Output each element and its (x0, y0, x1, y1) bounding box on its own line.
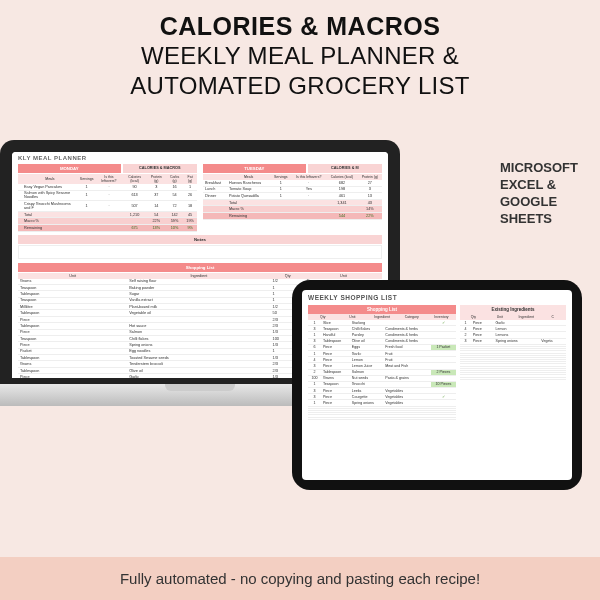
platforms-badge: MICROSOFT EXCEL & GOOGLE SHEETS (500, 160, 578, 228)
title-line-3: AUTOMATED GROCERY LIST (20, 71, 580, 101)
day-monday-header: MONDAY (18, 164, 121, 173)
monday-table: MealsServingsIs this leftovers?Calories … (18, 174, 197, 232)
tablet-mockup: WEEKLY SHOPPING LIST Shopping List QtyUn… (292, 280, 582, 490)
shopping-list-table: 1SliceStarlong✓3TeaspoonChilli flakesCon… (308, 320, 456, 420)
sheet-title: KLY MEAL PLANNER (12, 152, 388, 164)
title-line-2: WEEKLY MEAL PLANNER & (20, 41, 580, 71)
notes-body (18, 245, 382, 259)
tuesday-table: MealsServingsIs this leftovers?Calories … (203, 174, 382, 220)
tablet-screen: WEEKLY SHOPPING LIST Shopping List QtyUn… (302, 290, 572, 480)
existing-ingredients-table: 1PieceGarlic4PieceLemon2PieceLemons3Piec… (460, 320, 566, 380)
calories-macros-header: CALORIES & M (308, 164, 382, 173)
calories-macros-header: CALORIES & MACROS (123, 164, 197, 173)
notes-header: Notes (18, 235, 382, 244)
header: CALORIES & MACROS WEEKLY MEAL PLANNER & … (0, 0, 600, 107)
footer-tagline: Fully automated - no copying and pasting… (0, 557, 600, 600)
monday-block: MONDAY CALORIES & MACROS MealsServingsIs… (18, 164, 197, 232)
shopping-list-header: Shopping List (18, 263, 382, 272)
existing-ingredients-header: Existing Ingredients (460, 305, 566, 314)
existing-ingredients-block: Existing Ingredients QtyUnitIngredientC … (460, 305, 566, 420)
laptop-notch (165, 384, 235, 391)
tablet-sheet-title: WEEKLY SHOPPING LIST (302, 290, 572, 305)
day-tuesday-header: TUESDAY (203, 164, 306, 173)
shopping-list-block: Shopping List QtyUnitIngredientCategoryI… (308, 305, 456, 420)
tuesday-block: TUESDAY CALORIES & M MealsServingsIs thi… (203, 164, 382, 232)
title-line-1: CALORIES & MACROS (20, 12, 580, 41)
shopping-list-header: Shopping List (308, 305, 456, 314)
